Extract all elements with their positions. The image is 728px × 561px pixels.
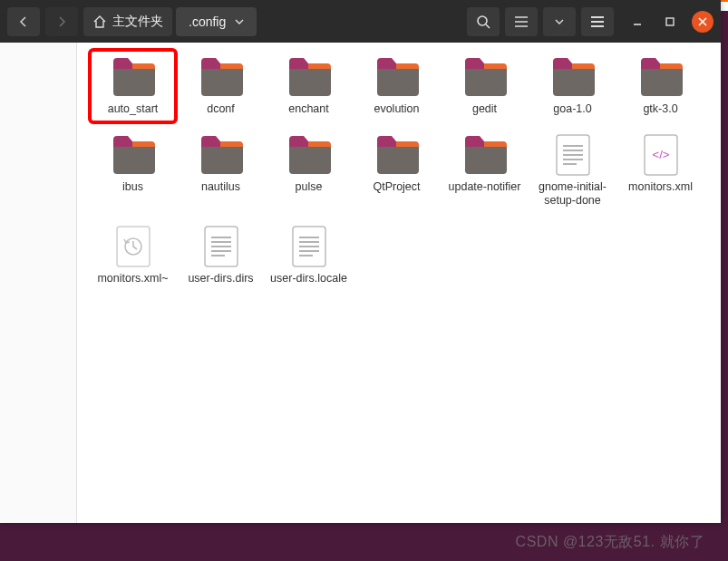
text-icon [284, 225, 335, 268]
folder-item[interactable]: goa-1.0 [529, 50, 616, 122]
breadcrumb: 主文件夹 .config [83, 7, 257, 36]
folder-item[interactable]: pulse [266, 128, 352, 214]
text-icon [196, 225, 247, 268]
item-label: ibus [122, 180, 143, 195]
folder-icon [284, 133, 335, 177]
file-manager-window: 主文件夹 .config [0, 0, 721, 523]
caret-down-icon [235, 19, 244, 24]
close-button[interactable] [692, 11, 713, 33]
file-item[interactable]: user-dirs.locale [266, 219, 352, 292]
item-label: enchant [288, 102, 328, 117]
file-item[interactable]: monitors.xml~ [90, 219, 176, 292]
file-item[interactable]: </>monitors.xml [617, 128, 704, 214]
folder-item[interactable]: update-notifier [442, 128, 528, 214]
item-label: goa-1.0 [553, 102, 591, 117]
folder-icon [284, 55, 335, 99]
item-label: monitors.xml [628, 180, 693, 195]
folder-icon [372, 133, 422, 177]
item-label: gedit [472, 102, 497, 117]
folder-icon [372, 55, 422, 99]
window-controls [626, 11, 713, 33]
breadcrumb-current-label: .config [189, 15, 226, 29]
content-area: auto_startdconfenchantevolutiongeditgoa-… [0, 43, 721, 523]
item-label: gtk-3.0 [643, 102, 677, 117]
file-grid-area[interactable]: auto_startdconfenchantevolutiongeditgoa-… [77, 43, 721, 523]
xml-icon: </> [636, 133, 686, 177]
file-item[interactable]: gnome-initial-setup-done [529, 128, 616, 214]
chevron-left-icon [18, 16, 29, 27]
folder-item[interactable]: QtProject [354, 128, 440, 214]
maximize-icon [665, 16, 675, 27]
view-options-button[interactable] [543, 7, 576, 36]
folder-icon [636, 55, 686, 99]
backup-icon [108, 225, 159, 268]
folder-icon [108, 133, 159, 177]
folder-item[interactable]: gedit [442, 50, 528, 122]
maximize-button[interactable] [659, 11, 681, 33]
folder-icon [196, 133, 247, 177]
folder-icon [548, 55, 598, 99]
svg-point-0 [478, 16, 487, 25]
item-label: dconf [207, 102, 235, 117]
hamburger-menu-button[interactable] [581, 7, 614, 36]
caret-down-icon [555, 19, 564, 24]
view-list-button[interactable] [505, 7, 538, 36]
item-label: monitors.xml~ [97, 272, 168, 286]
item-label: update-notifier [449, 180, 521, 195]
close-icon [698, 17, 707, 26]
file-grid: auto_startdconfenchantevolutiongeditgoa-… [90, 50, 708, 292]
breadcrumb-current[interactable]: .config [176, 7, 257, 36]
folder-item[interactable]: evolution [354, 50, 440, 122]
item-label: user-dirs.dirs [188, 272, 253, 286]
sidebar[interactable] [0, 43, 77, 523]
search-icon [476, 15, 490, 29]
folder-item[interactable]: nautilus [178, 128, 264, 214]
nav-back-button[interactable] [7, 7, 40, 36]
minimize-icon [632, 16, 643, 27]
item-label: nautilus [201, 180, 240, 195]
item-label: QtProject [373, 180, 420, 195]
folder-icon [460, 133, 510, 177]
folder-item[interactable]: auto_start [90, 50, 176, 122]
folder-item[interactable]: enchant [266, 50, 352, 122]
item-label: user-dirs.locale [270, 272, 347, 286]
hamburger-icon [590, 15, 605, 28]
file-item[interactable]: user-dirs.dirs [178, 219, 264, 292]
svg-text:</>: </> [652, 148, 669, 161]
folder-icon [460, 55, 510, 99]
folder-icon [196, 55, 247, 99]
folder-item[interactable]: ibus [90, 128, 176, 214]
breadcrumb-home[interactable]: 主文件夹 [83, 7, 172, 36]
folder-item[interactable]: gtk-3.0 [617, 50, 704, 122]
list-icon [514, 15, 529, 28]
folder-item[interactable]: dconf [178, 50, 264, 122]
item-label: pulse [296, 180, 323, 195]
minimize-button[interactable] [626, 11, 648, 33]
svg-rect-1 [666, 18, 674, 25]
nav-forward-button[interactable] [45, 7, 78, 36]
folder-icon [108, 55, 159, 99]
breadcrumb-home-label: 主文件夹 [112, 14, 163, 30]
search-button[interactable] [467, 7, 500, 36]
home-icon [92, 15, 107, 29]
titlebar: 主文件夹 .config [0, 0, 721, 43]
item-label: gnome-initial-setup-done [532, 180, 614, 208]
chevron-right-icon [56, 16, 67, 27]
background-window-fragment [721, 0, 728, 11]
item-label: evolution [374, 102, 419, 117]
item-label: auto_start [108, 102, 159, 117]
text-icon [548, 133, 598, 177]
